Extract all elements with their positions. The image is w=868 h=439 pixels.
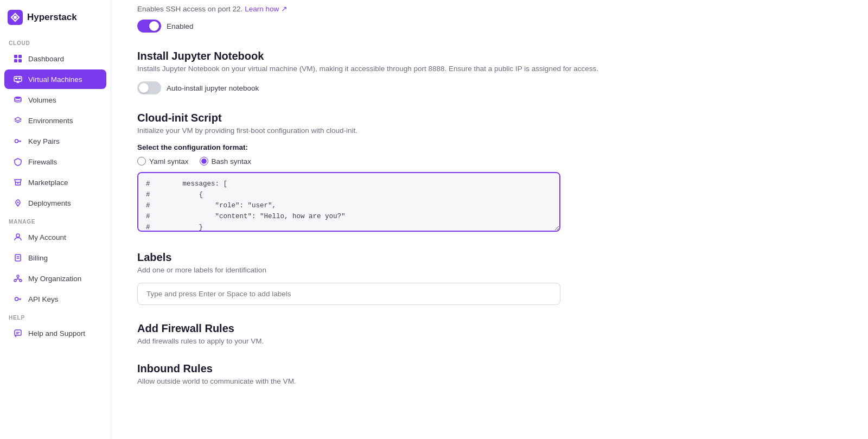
user-icon (13, 232, 23, 242)
grid-icon (13, 54, 23, 63)
sidebar-section-cloud: CLOUD (0, 35, 111, 48)
sidebar-label-help-support: Help and Support (28, 329, 85, 338)
logo-icon (8, 10, 23, 25)
firewall-desc: Add firewalls rules to apply to your VM. (137, 337, 842, 345)
rocket-icon (13, 198, 23, 208)
sidebar-label-my-account: My Account (28, 233, 66, 241)
yaml-option-label[interactable]: Yaml syntax (137, 157, 189, 166)
app-logo: Hyperstack (0, 0, 111, 35)
bash-option-label[interactable]: Bash syntax (200, 157, 252, 166)
sidebar-section-help: HELP (0, 309, 111, 323)
svg-point-21 (20, 279, 22, 282)
sidebar: Hyperstack CLOUD Dashboard Virtual Machi… (0, 0, 111, 439)
key-icon (13, 136, 23, 146)
svg-rect-5 (18, 59, 22, 62)
sidebar-item-firewalls[interactable]: Firewalls (4, 152, 106, 171)
svg-rect-4 (14, 59, 17, 62)
bash-option-text: Bash syntax (212, 157, 252, 166)
svg-line-24 (18, 279, 21, 279)
labels-desc: Add one or more labels for identificatio… (137, 266, 842, 274)
sidebar-label-api-keys: API Keys (28, 295, 59, 303)
org-icon (13, 273, 23, 283)
main-content: Enables SSH access on port 22. Learn how… (111, 0, 868, 439)
inbound-title: Inbound Rules (137, 362, 842, 375)
file-icon (13, 253, 23, 263)
sidebar-label-deployments: Deployments (28, 199, 71, 207)
jupyter-title: Install Jupyter Notebook (137, 50, 842, 62)
inbound-section: Inbound Rules Allow outside world to com… (137, 362, 842, 385)
config-format-radio-group: Yaml syntax Bash syntax (137, 157, 842, 166)
sidebar-item-help-support[interactable]: Help and Support (4, 323, 106, 343)
vm-icon (13, 74, 23, 84)
svg-rect-3 (18, 55, 22, 58)
toggle-thumb-ssh (149, 21, 159, 31)
stack-icon (13, 95, 23, 105)
jupyter-section: Install Jupyter Notebook Installs Jupyte… (137, 50, 842, 94)
svg-point-12 (15, 139, 18, 143)
svg-line-23 (15, 279, 18, 279)
cloud-init-code-editor[interactable]: # messages: [ # { # "role": "user", # "c… (137, 172, 560, 232)
sidebar-section-manage: MANAGE (0, 213, 111, 227)
svg-point-11 (15, 97, 21, 99)
svg-rect-2 (14, 55, 17, 58)
app-name: Hyperstack (27, 12, 77, 23)
sidebar-label-volumes: Volumes (28, 96, 56, 104)
labels-input[interactable] (137, 283, 560, 305)
ssh-toggle[interactable] (137, 20, 161, 33)
config-format-label: Select the configuration format: (137, 143, 842, 151)
learn-how-link[interactable]: Learn how ↗ (245, 5, 288, 13)
sidebar-item-billing[interactable]: Billing (4, 248, 106, 268)
svg-point-20 (14, 279, 16, 282)
api-key-icon (13, 294, 23, 304)
ssh-description: Enables SSH access on port 22. Learn how… (137, 4, 842, 13)
ssh-section: Enables SSH access on port 22. Learn how… (137, 0, 842, 33)
sidebar-item-key-pairs[interactable]: Key Pairs (4, 131, 106, 151)
cloudinit-section: Cloud-init Script Initialize your VM by … (137, 112, 842, 234)
sidebar-item-virtual-machines[interactable]: Virtual Machines (4, 69, 106, 89)
svg-point-14 (17, 202, 19, 203)
sidebar-item-environments[interactable]: Environments (4, 111, 106, 130)
sidebar-label-key-pairs: Key Pairs (28, 137, 60, 145)
yaml-radio[interactable] (137, 157, 146, 166)
sidebar-item-api-keys[interactable]: API Keys (4, 289, 106, 309)
sidebar-item-my-account[interactable]: My Account (4, 227, 106, 247)
yaml-option-text: Yaml syntax (149, 157, 189, 166)
help-icon (13, 328, 23, 338)
store-icon (13, 177, 23, 187)
jupyter-toggle[interactable] (137, 81, 161, 94)
svg-point-15 (16, 234, 20, 237)
sidebar-item-deployments[interactable]: Deployments (4, 193, 106, 213)
svg-point-25 (15, 297, 18, 301)
sidebar-label-billing: Billing (28, 254, 48, 262)
inbound-desc: Allow outside world to communicate with … (137, 377, 842, 385)
sidebar-item-my-organization[interactable]: My Organization (4, 269, 106, 288)
sidebar-label-firewalls: Firewalls (28, 158, 57, 166)
sidebar-item-volumes[interactable]: Volumes (4, 90, 106, 110)
sidebar-label-environments: Environments (28, 117, 73, 125)
sidebar-label-marketplace: Marketplace (28, 179, 68, 187)
layers-icon (13, 116, 23, 125)
sidebar-label-dashboard: Dashboard (28, 55, 64, 63)
sidebar-label-my-organization: My Organization (28, 275, 81, 283)
bash-radio[interactable] (200, 157, 208, 166)
ssh-toggle-label: Enabled (167, 22, 194, 30)
firewall-section: Add Firewall Rules Add firewalls rules t… (137, 322, 842, 345)
cloudinit-title: Cloud-init Script (137, 112, 842, 124)
sidebar-item-marketplace[interactable]: Marketplace (4, 173, 106, 192)
toggle-thumb-jupyter (139, 83, 149, 93)
jupyter-desc: Installs Jupyter Notebook on your virtua… (137, 65, 842, 73)
jupyter-toggle-row: Auto-install jupyter notebook (137, 81, 842, 94)
firewall-title: Add Firewall Rules (137, 322, 842, 335)
svg-point-19 (17, 275, 19, 277)
svg-point-1 (14, 16, 17, 19)
svg-rect-7 (15, 78, 17, 79)
shield-icon (13, 157, 23, 167)
sidebar-item-dashboard[interactable]: Dashboard (4, 49, 106, 68)
labels-section: Labels Add one or more labels for identi… (137, 251, 842, 305)
labels-title: Labels (137, 251, 842, 264)
jupyter-toggle-label: Auto-install jupyter notebook (167, 84, 259, 92)
svg-rect-16 (15, 255, 21, 261)
cloudinit-desc: Initialize your VM by providing first-bo… (137, 126, 842, 135)
ssh-toggle-row: Enabled (137, 20, 842, 33)
svg-rect-8 (18, 78, 21, 79)
